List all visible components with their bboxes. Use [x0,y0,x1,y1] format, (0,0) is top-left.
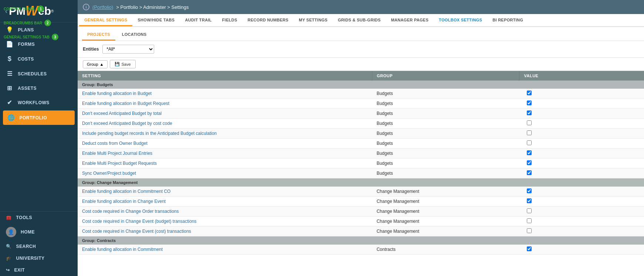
setting-checkbox[interactable] [527,91,532,95]
value-cell [519,159,644,168]
group-cell: Budgets [372,109,519,119]
setting-cell: Cost code required in Change Event (cost… [78,226,372,236]
col-group: GROUP [372,71,519,81]
tab-record-numbers[interactable]: RECORD NUMBERS [243,14,294,26]
main-content: i (Portfolio) > Portfolio > Administer >… [78,0,644,276]
costs-icon: $ [6,55,13,63]
setting-checkbox[interactable] [527,150,532,155]
tab-audit-trail[interactable]: AUDIT TRAIL [180,14,217,26]
group-cell: Budgets [372,159,519,168]
table-row: Enable funding allocation in Change Even… [78,197,644,207]
exit-icon: ↪ [6,268,10,273]
value-cell [519,129,644,139]
sidebar-item-home[interactable]: 👤 HOME [0,224,78,241]
value-cell [519,99,644,109]
breadcrumb-portfolio-link[interactable]: (Portfolio) [92,4,113,10]
group-header-row: Group: Change Management [78,178,644,187]
sidebar-item-workflows[interactable]: ✔ WORKFLOWS [0,95,78,110]
setting-checkbox[interactable] [527,170,532,175]
tab-fields[interactable]: FIELDS [217,14,243,26]
setting-checkbox[interactable] [527,160,532,165]
entities-select[interactable]: *All* [102,45,154,54]
value-cell [519,217,644,226]
group-header-row: Group: Budgets [78,81,644,89]
sub-tabs: PROJECTS LOCATIONS [78,27,644,41]
group-button[interactable]: Group ▲ [83,60,108,68]
save-button[interactable]: 💾 Save [110,60,135,68]
annotation-container: CONTROL PANEL 1 BREADCRUMBS BAR 2 GENERA… [4,6,58,40]
value-cell [519,168,644,178]
setting-checkbox[interactable] [527,110,532,115]
value-cell [519,187,644,197]
setting-checkbox[interactable] [527,130,532,135]
sort-asc-icon: ▲ [100,62,104,67]
sidebar-item-label: EXIT [14,268,25,273]
workflows-icon: ✔ [6,99,13,106]
setting-checkbox[interactable] [527,100,532,105]
setting-checkbox[interactable] [527,228,532,233]
sidebar-item-search[interactable]: 🔍 SEARCH [0,241,78,252]
group-cell: Change Management [372,207,519,217]
value-cell [519,89,644,99]
setting-checkbox[interactable] [527,188,532,193]
setting-checkbox[interactable] [527,208,532,213]
subtab-locations[interactable]: LOCATIONS [117,30,152,41]
sidebar-item-university[interactable]: 🎓 UNIVERSITY [0,252,78,264]
table-area: SETTING GROUP VALUE Group: BudgetsEnable… [78,71,644,276]
setting-checkbox[interactable] [527,140,532,145]
save-icon: 💾 [115,62,120,67]
setting-checkbox[interactable] [527,198,532,203]
tab-bi-reporting[interactable]: BI REPORTING [487,14,528,26]
table-row: Enable Multi Project Journal EntriesBudg… [78,149,644,159]
settings-table: SETTING GROUP VALUE Group: BudgetsEnable… [78,71,644,255]
tab-show-hide-tabs[interactable]: SHOW/HIDE TABS [132,14,180,26]
sidebar-item-assets[interactable]: ⊞ ASSETS [0,81,78,95]
toolbar: Group ▲ 💾 Save [78,58,644,71]
setting-cell: Don't exceed Anticipated Budget by total [78,109,372,119]
sidebar-item-label: PORTFOLIO [20,115,47,120]
group-cell: Budgets [372,89,519,99]
group-cell: Budgets [372,129,519,139]
info-icon[interactable]: i [83,4,89,10]
group-header-row: Group: Contracts [78,236,644,245]
sidebar-item-tools[interactable]: 🧰 TOOLS [0,212,78,224]
setting-checkbox[interactable] [527,218,532,223]
entities-row: Entities *All* [78,41,644,58]
university-icon: 🎓 [6,256,12,261]
schedules-icon: ☰ [6,70,13,77]
setting-cell: Deduct costs from Owner Budget [78,139,372,149]
setting-cell: Enable Multi Project Budget Requests [78,159,372,168]
table-row: Don't exceed Anticipated Budget by total… [78,109,644,119]
annotation-label-bc: BREADCRUMBS BAR [4,21,42,25]
setting-checkbox[interactable] [527,120,532,125]
tab-toolbox-settings[interactable]: TOOLBOX SETTINGS [434,14,487,26]
value-cell [519,226,644,236]
tab-general-settings[interactable]: GENERAL SETTINGS [79,14,132,26]
table-row: Don't exceed Anticipated Budget by cost … [78,119,644,129]
sidebar-item-exit[interactable]: ↪ EXIT [0,264,78,276]
tools-icon: 🧰 [6,215,12,220]
sidebar-item-portfolio[interactable]: 🌐 PORTFOLIO [3,110,75,125]
tab-grids-sub-grids[interactable]: GRIDS & SUB-GRIDS [333,14,386,26]
group-cell: Change Management [372,187,519,197]
value-cell [519,109,644,119]
group-cell: Budgets [372,99,519,109]
top-tabs: GENERAL SETTINGS SHOW/HIDE TABS AUDIT TR… [78,14,644,27]
sidebar-item-costs[interactable]: $ COSTS [0,51,78,67]
subtab-projects[interactable]: PROJECTS [82,30,115,41]
table-header-row: SETTING GROUP VALUE [78,71,644,81]
sidebar-item-schedules[interactable]: ☰ SCHEDULES [0,67,78,81]
sidebar: ‹ PM W eb ® 💡 PLANS 📄 FORMS $ COSTS ☰ SC… [0,0,78,276]
tab-my-settings[interactable]: MY SETTINGS [294,14,333,26]
annotation-general-settings: GENERAL SETTINGS TAB 3 [4,34,58,40]
sidebar-bottom: 🧰 TOOLS 👤 HOME 🔍 SEARCH 🎓 UNIVERSITY ↪ E… [0,211,78,276]
setting-cell: Enable funding allocation in Change Even… [78,197,372,207]
portfolio-icon: 🌐 [7,114,15,121]
setting-checkbox[interactable] [527,246,532,251]
group-header-cell: Group: Change Management [78,178,644,187]
setting-cell: Include pending budget records in the An… [78,129,372,139]
tab-manager-pages[interactable]: MANAGER PAGES [386,14,434,26]
col-value: VALUE [519,71,644,81]
breadcrumb-path: > Portfolio > Administer > Settings [116,4,189,10]
sidebar-item-label: FORMS [18,42,35,47]
